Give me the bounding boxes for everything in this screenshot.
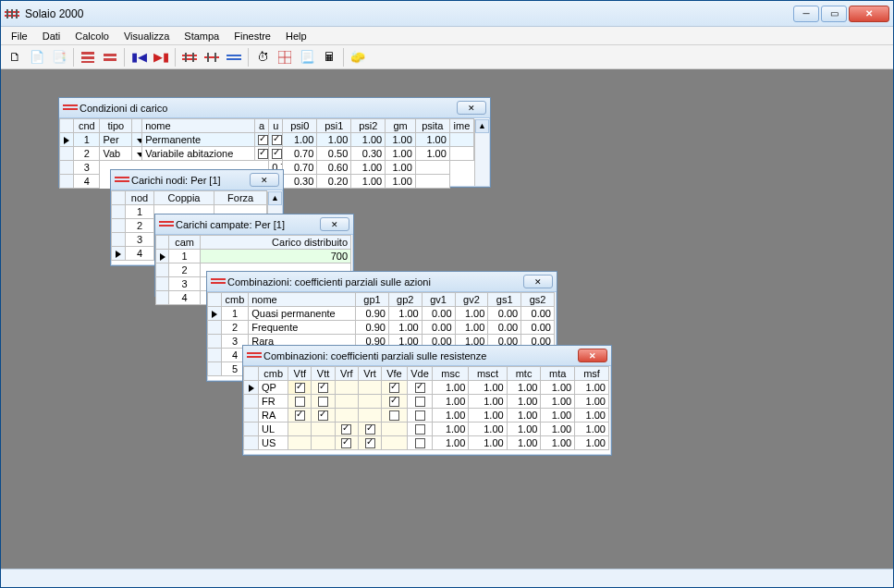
col-selector[interactable] [60, 119, 74, 133]
col-forza[interactable]: Forza [214, 191, 267, 205]
menu-stampa[interactable]: Stampa [178, 29, 226, 43]
cell[interactable]: Frequente [249, 321, 356, 335]
cell[interactable]: 1.00 [541, 409, 575, 423]
cell[interactable]: 1.00 [541, 423, 575, 436]
scroll-up-icon[interactable]: ▲ [268, 191, 282, 205]
checkbox-vde[interactable] [407, 409, 433, 423]
cell[interactable]: 1 [169, 250, 200, 263]
toolbar-open-icon[interactable]: 📄 [27, 47, 47, 67]
cell[interactable]: 3 [169, 277, 200, 291]
col-tipo[interactable]: tipo [100, 119, 132, 133]
cell[interactable]: 1.00 [388, 321, 422, 335]
checkbox-u[interactable] [269, 147, 283, 161]
maximize-button[interactable]: ▭ [821, 6, 847, 22]
col-gv2[interactable]: gv2 [455, 293, 488, 307]
cell[interactable]: 4 [74, 175, 100, 189]
child-titlebar[interactable]: Combinazioni: coefficienti parziali sull… [243, 346, 611, 366]
col-gs1[interactable]: gs1 [488, 293, 521, 307]
window-combinazioni-resistenze[interactable]: Combinazioni: coefficienti parziali sull… [242, 345, 612, 456]
cell[interactable]: 1.00 [575, 381, 609, 395]
menu-finestre[interactable]: Finestre [227, 29, 277, 43]
table-row[interactable]: 1Quasi permanente0.901.000.001.000.000.0… [208, 307, 555, 321]
cell[interactable]: Per [100, 133, 132, 147]
toolbar-last-icon[interactable]: ▶▮ [151, 47, 171, 67]
window-close-button[interactable]: ✕ [457, 101, 486, 115]
cell[interactable]: 0.90 [356, 307, 389, 321]
col-carico[interactable]: Carico distribuito [200, 236, 350, 250]
checkbox-vtf[interactable] [288, 381, 312, 395]
cell[interactable]: 1.00 [386, 133, 416, 147]
col-psita[interactable]: psita [415, 119, 449, 133]
checkbox-vrt[interactable] [358, 423, 381, 436]
cell[interactable]: 1.00 [507, 381, 541, 395]
cell[interactable]: 1.00 [351, 133, 386, 147]
checkbox-vrt[interactable] [358, 436, 381, 450]
cell-vrt[interactable] [358, 409, 381, 423]
cell[interactable]: 0.00 [422, 307, 455, 321]
col-mtc[interactable]: mtc [507, 367, 541, 381]
checkbox-vde[interactable] [407, 436, 433, 450]
col-nod[interactable]: nod [126, 191, 154, 205]
cell[interactable]: 0.00 [521, 321, 555, 335]
cell[interactable]: 1 [74, 133, 100, 147]
child-titlebar[interactable]: Carichi campate: Per [1] ✕ [155, 214, 353, 235]
table-row[interactable]: 2 Vab Variabile abitazione 0.70 0.50 0.3… [60, 147, 474, 161]
cell[interactable]: Permanente [142, 133, 255, 147]
child-titlebar[interactable]: Condizioni di carico ✕ [59, 98, 490, 118]
col-cnd[interactable]: cnd [74, 119, 100, 133]
checkbox-vfe[interactable] [382, 409, 408, 423]
cell[interactable]: 1.00 [433, 409, 469, 423]
cell[interactable]: 0.70 [283, 161, 317, 175]
cell[interactable]: 1.00 [415, 133, 449, 147]
toolbar-first-icon[interactable]: ▮◀ [129, 47, 149, 67]
child-titlebar[interactable]: Combinazioni: coefficienti parziali sull… [207, 272, 557, 292]
col-nome[interactable]: nome [249, 293, 356, 307]
menu-file[interactable]: File [5, 29, 34, 43]
toolbar-grid-icon[interactable] [275, 47, 295, 67]
cell[interactable]: 1.00 [386, 175, 416, 189]
cell[interactable]: 1.00 [469, 409, 507, 423]
cell-vfe[interactable] [382, 423, 408, 436]
col-vde[interactable]: Vde [407, 367, 433, 381]
toolbar-rails3-icon[interactable] [224, 47, 244, 67]
cell[interactable]: 1.00 [388, 307, 422, 321]
cell[interactable]: 1.00 [455, 321, 488, 335]
table-row[interactable]: US 1.001.001.001.001.00 [244, 436, 609, 450]
cell-vrf[interactable] [335, 381, 358, 395]
col-cmb[interactable]: cmb [221, 293, 248, 307]
col-vtf[interactable]: Vtf [288, 367, 312, 381]
col-a[interactable]: a [254, 119, 268, 133]
menu-visualizza[interactable]: Visualizza [117, 29, 176, 43]
toolbar-rails1-icon[interactable] [179, 47, 200, 67]
cell[interactable]: 0.30 [351, 147, 386, 161]
checkbox-a[interactable] [254, 147, 268, 161]
toolbar-save-icon[interactable]: 📑 [49, 47, 69, 67]
col-gm[interactable]: gm [386, 119, 416, 133]
cell[interactable]: 0.00 [488, 307, 521, 321]
checkbox-vde[interactable] [407, 423, 433, 436]
cell[interactable]: 2 [169, 263, 200, 277]
cell[interactable]: 1.00 [283, 133, 317, 147]
cell[interactable]: 2 [126, 219, 154, 233]
col-gp2[interactable]: gp2 [388, 293, 422, 307]
cell[interactable]: 1.00 [469, 423, 507, 436]
cell[interactable]: 1.00 [386, 147, 416, 161]
cell[interactable]: 2 [74, 147, 100, 161]
cell-vrt[interactable] [358, 395, 381, 409]
cell[interactable] [449, 133, 473, 147]
toolbar-new-icon[interactable]: 🗋 [5, 47, 25, 67]
checkbox-vtf[interactable] [288, 409, 312, 423]
col-vtt[interactable]: Vtt [312, 367, 335, 381]
menu-help[interactable]: Help [279, 29, 313, 43]
col-vfe[interactable]: Vfe [382, 367, 408, 381]
table-row[interactable]: RA 1.001.001.001.001.00 [244, 409, 609, 423]
checkbox-vrf[interactable] [335, 423, 358, 436]
cell[interactable]: 1.00 [541, 436, 575, 450]
table-row[interactable]: QP 1.001.001.001.001.00 [244, 381, 609, 395]
checkbox-a[interactable] [254, 133, 268, 147]
cell-vrf[interactable] [335, 395, 358, 409]
close-button[interactable]: ✕ [849, 6, 889, 22]
table-row[interactable]: 2Frequente0.901.000.001.000.000.00 [208, 321, 555, 335]
cell[interactable]: 1.00 [351, 175, 386, 189]
cell[interactable] [415, 161, 449, 175]
